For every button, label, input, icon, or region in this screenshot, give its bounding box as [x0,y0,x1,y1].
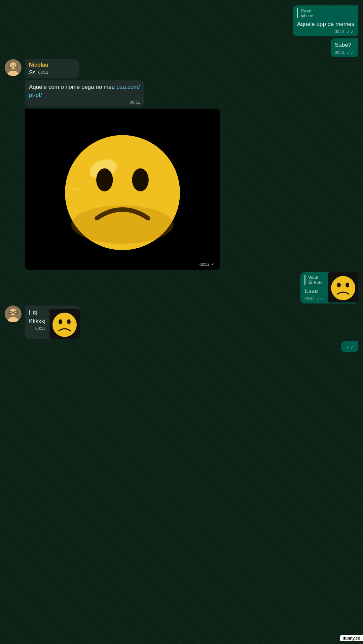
outgoing-message-2: Sabe? 00:51 ✓✓ [331,38,358,57]
reply-arrow-icon: ↩ [72,184,80,195]
msg-time-6: 00:52 [304,296,315,301]
read-check-8: ✓✓ [346,345,354,350]
svg-point-12 [331,276,355,300]
image-time-5: 00:52 ✓ [198,261,216,267]
svg-point-22 [52,313,77,337]
msg-time-4: 00:51 [130,100,140,105]
svg-point-8 [96,168,113,191]
read-check-1: ✓✓ [346,29,354,34]
incoming-image-message[interactable]: ↩ [25,109,220,270]
msg-time-3: 00:51 [38,70,48,75]
sender-name-você: Você [301,8,354,13]
quote-sender-6: Você [308,275,324,280]
ifunny-watermark: ifunny.co [340,635,363,641]
incoming-message-row-5: ↩ [25,109,358,270]
incoming-message-3-content: Nicolau Ss 00:51 [25,59,79,79]
msg-text-1: Aquele app de memes [297,20,354,28]
svg-point-10 [71,205,174,244]
nicolau-avatar [5,59,22,76]
svg-point-24 [67,319,71,324]
svg-point-1 [10,62,16,69]
msg-time-1: 00:51 [335,29,345,34]
quote-thumbnail-7 [49,309,80,339]
quote-type-7: 🖼 [33,310,45,315]
msg-text-6: Esse [304,287,324,295]
svg-point-14 [346,283,349,287]
quote-type-6: 🖼 Foto [308,280,324,285]
read-check-5: ✓ [211,262,214,267]
outgoing-message-6: Você 🖼 Foto Esse 00:52 ✓✓ [300,272,358,303]
read-check-6: ✓✓ [316,296,324,301]
svg-point-23 [59,319,62,324]
incoming-message-7: 🖼 Kkkkkj 00:53 [25,306,80,339]
incoming-message-row-4: Aquele com o nome pega no meu pau.com/pt… [25,80,358,107]
svg-point-9 [132,168,149,191]
sender-sub-iphone: Iphone [301,13,354,18]
nicolau-avatar-7 [5,306,22,322]
msg-time-7: 00:53 [35,326,45,331]
msg-text-7: Kkkkkj [29,317,45,325]
svg-point-16 [10,309,16,315]
incoming-message-row-7: 🖼 Kkkkkj 00:53 [5,306,358,339]
msg-text-2: Sabe? [335,41,354,49]
nicolau-label-3: Nicolau [29,62,75,68]
incoming-message-4-content: Aquele com o nome pega no meu pau.com/pt… [25,80,144,107]
outgoing-message-8: ✓✓ [341,341,358,352]
svg-point-13 [337,283,341,287]
quote-thumbnail-6 [328,272,358,302]
msg-time-2: 00:51 [335,50,345,55]
incoming-message-row-3: Nicolau Ss 00:51 [5,59,358,79]
photo-icon-6: 🖼 [308,280,313,285]
sad-emoji-image [25,109,220,270]
photo-icon-7: 🖼 [33,310,37,315]
outgoing-message-1: Você Iphone Aquele app de memes 00:51 ✓✓ [293,5,358,36]
msg-text-4: Aquele com o nome pega no meu pau.com/pt… [29,83,140,99]
msg-text-ss: Ss [29,69,36,77]
read-check-2: ✓✓ [346,50,354,55]
